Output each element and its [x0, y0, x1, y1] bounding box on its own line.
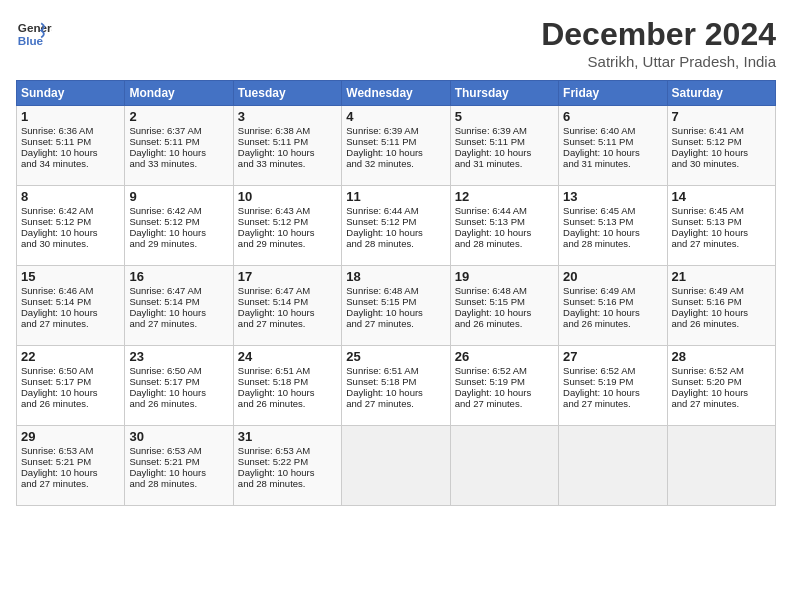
calendar-cell: 26Sunrise: 6:52 AMSunset: 5:19 PMDayligh… — [450, 346, 558, 426]
day-info-line: Sunset: 5:11 PM — [129, 136, 228, 147]
day-info-line: Sunset: 5:11 PM — [455, 136, 554, 147]
calendar-cell — [559, 426, 667, 506]
day-info-line: and 27 minutes. — [346, 398, 445, 409]
calendar-cell: 8Sunrise: 6:42 AMSunset: 5:12 PMDaylight… — [17, 186, 125, 266]
day-info-line: Sunrise: 6:50 AM — [21, 365, 120, 376]
day-number: 26 — [455, 349, 554, 364]
calendar-cell: 6Sunrise: 6:40 AMSunset: 5:11 PMDaylight… — [559, 106, 667, 186]
day-info-line: and 26 minutes. — [21, 398, 120, 409]
week-row-2: 8Sunrise: 6:42 AMSunset: 5:12 PMDaylight… — [17, 186, 776, 266]
day-info-line: Sunrise: 6:52 AM — [563, 365, 662, 376]
day-info-line: Sunset: 5:11 PM — [563, 136, 662, 147]
day-info-line: Sunset: 5:19 PM — [563, 376, 662, 387]
calendar-cell: 19Sunrise: 6:48 AMSunset: 5:15 PMDayligh… — [450, 266, 558, 346]
day-info-line: Daylight: 10 hours — [672, 387, 771, 398]
day-number: 3 — [238, 109, 337, 124]
day-info-line: Sunset: 5:14 PM — [21, 296, 120, 307]
day-info-line: and 26 minutes. — [455, 318, 554, 329]
day-info-line: Sunrise: 6:49 AM — [563, 285, 662, 296]
day-info-line: and 27 minutes. — [346, 318, 445, 329]
calendar-cell: 15Sunrise: 6:46 AMSunset: 5:14 PMDayligh… — [17, 266, 125, 346]
day-info-line: Sunset: 5:12 PM — [346, 216, 445, 227]
calendar-cell: 4Sunrise: 6:39 AMSunset: 5:11 PMDaylight… — [342, 106, 450, 186]
calendar-cell: 30Sunrise: 6:53 AMSunset: 5:21 PMDayligh… — [125, 426, 233, 506]
day-number: 10 — [238, 189, 337, 204]
day-info-line: Sunset: 5:12 PM — [21, 216, 120, 227]
day-info-line: and 33 minutes. — [129, 158, 228, 169]
day-info-line: and 28 minutes. — [346, 238, 445, 249]
title-area: December 2024 Satrikh, Uttar Pradesh, In… — [541, 16, 776, 70]
calendar-title: December 2024 — [541, 16, 776, 53]
day-number: 16 — [129, 269, 228, 284]
day-number: 11 — [346, 189, 445, 204]
day-info-line: Sunset: 5:18 PM — [238, 376, 337, 387]
day-info-line: Daylight: 10 hours — [129, 307, 228, 318]
day-info-line: Sunset: 5:12 PM — [672, 136, 771, 147]
day-info-line: Sunrise: 6:44 AM — [346, 205, 445, 216]
day-info-line: and 27 minutes. — [672, 238, 771, 249]
calendar-cell: 28Sunrise: 6:52 AMSunset: 5:20 PMDayligh… — [667, 346, 775, 426]
calendar-cell: 27Sunrise: 6:52 AMSunset: 5:19 PMDayligh… — [559, 346, 667, 426]
header-cell-monday: Monday — [125, 81, 233, 106]
day-info-line: and 27 minutes. — [672, 398, 771, 409]
day-info-line: Sunset: 5:19 PM — [455, 376, 554, 387]
day-number: 28 — [672, 349, 771, 364]
day-number: 15 — [21, 269, 120, 284]
day-info-line: Sunset: 5:11 PM — [238, 136, 337, 147]
day-info-line: Daylight: 10 hours — [129, 147, 228, 158]
calendar-cell: 5Sunrise: 6:39 AMSunset: 5:11 PMDaylight… — [450, 106, 558, 186]
day-info-line: Sunset: 5:20 PM — [672, 376, 771, 387]
day-number: 14 — [672, 189, 771, 204]
day-info-line: Sunrise: 6:51 AM — [238, 365, 337, 376]
day-info-line: Sunset: 5:15 PM — [346, 296, 445, 307]
day-info-line: and 32 minutes. — [346, 158, 445, 169]
day-info-line: and 29 minutes. — [129, 238, 228, 249]
calendar-table: SundayMondayTuesdayWednesdayThursdayFrid… — [16, 80, 776, 506]
day-number: 4 — [346, 109, 445, 124]
day-info-line: Daylight: 10 hours — [455, 307, 554, 318]
day-number: 19 — [455, 269, 554, 284]
day-info-line: Sunset: 5:14 PM — [238, 296, 337, 307]
day-number: 9 — [129, 189, 228, 204]
logo: General Blue — [16, 16, 52, 52]
calendar-cell: 16Sunrise: 6:47 AMSunset: 5:14 PMDayligh… — [125, 266, 233, 346]
day-info-line: Daylight: 10 hours — [21, 307, 120, 318]
day-number: 22 — [21, 349, 120, 364]
day-info-line: Sunrise: 6:53 AM — [21, 445, 120, 456]
day-info-line: Sunrise: 6:51 AM — [346, 365, 445, 376]
day-info-line: Daylight: 10 hours — [455, 147, 554, 158]
day-number: 6 — [563, 109, 662, 124]
day-number: 31 — [238, 429, 337, 444]
day-info-line: Sunrise: 6:53 AM — [129, 445, 228, 456]
calendar-cell: 21Sunrise: 6:49 AMSunset: 5:16 PMDayligh… — [667, 266, 775, 346]
calendar-cell: 14Sunrise: 6:45 AMSunset: 5:13 PMDayligh… — [667, 186, 775, 266]
day-info-line: Daylight: 10 hours — [563, 387, 662, 398]
day-info-line: Sunrise: 6:45 AM — [672, 205, 771, 216]
day-number: 21 — [672, 269, 771, 284]
day-number: 18 — [346, 269, 445, 284]
day-info-line: Sunrise: 6:36 AM — [21, 125, 120, 136]
day-info-line: Sunrise: 6:47 AM — [238, 285, 337, 296]
calendar-cell: 12Sunrise: 6:44 AMSunset: 5:13 PMDayligh… — [450, 186, 558, 266]
day-info-line: Sunrise: 6:38 AM — [238, 125, 337, 136]
day-info-line: Daylight: 10 hours — [21, 227, 120, 238]
day-info-line: Sunset: 5:17 PM — [21, 376, 120, 387]
calendar-cell — [450, 426, 558, 506]
svg-text:General: General — [18, 21, 52, 34]
day-number: 23 — [129, 349, 228, 364]
day-info-line: Daylight: 10 hours — [672, 147, 771, 158]
day-info-line: Daylight: 10 hours — [346, 387, 445, 398]
day-number: 29 — [21, 429, 120, 444]
calendar-cell: 25Sunrise: 6:51 AMSunset: 5:18 PMDayligh… — [342, 346, 450, 426]
day-info-line: Sunset: 5:21 PM — [21, 456, 120, 467]
day-info-line: Daylight: 10 hours — [21, 147, 120, 158]
day-number: 7 — [672, 109, 771, 124]
day-info-line: Sunset: 5:11 PM — [346, 136, 445, 147]
day-info-line: Daylight: 10 hours — [238, 227, 337, 238]
day-info-line: Sunset: 5:11 PM — [21, 136, 120, 147]
day-info-line: and 28 minutes. — [563, 238, 662, 249]
day-info-line: Sunrise: 6:39 AM — [346, 125, 445, 136]
day-info-line: and 29 minutes. — [238, 238, 337, 249]
day-info-line: Sunset: 5:16 PM — [563, 296, 662, 307]
day-info-line: Sunrise: 6:53 AM — [238, 445, 337, 456]
